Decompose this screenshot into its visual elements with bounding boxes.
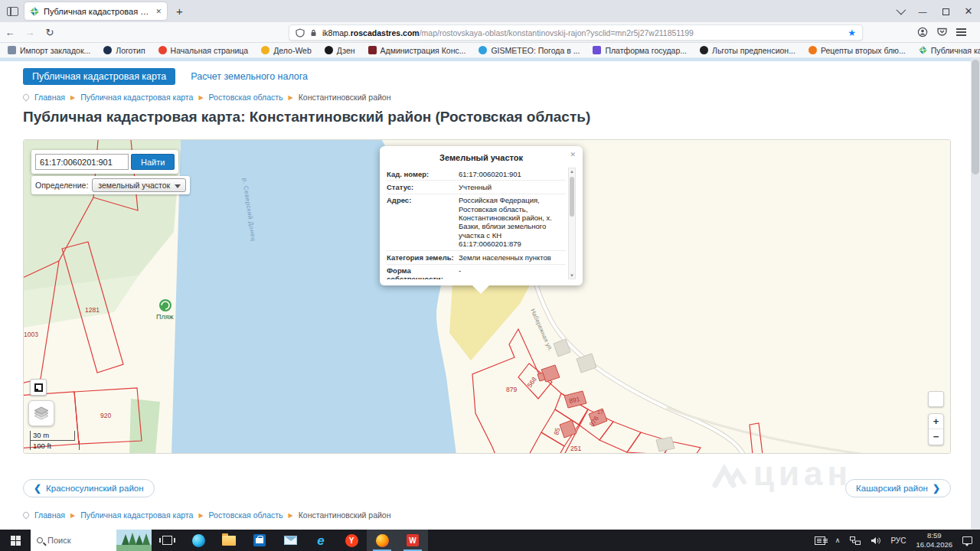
- search-highlight-image: [116, 530, 152, 551]
- volume-icon[interactable]: [871, 536, 880, 545]
- taskbar-app-w[interactable]: W: [397, 530, 428, 551]
- back-icon[interactable]: ←: [0, 27, 20, 38]
- tab-land-tax[interactable]: Расчет земельного налога: [191, 71, 308, 82]
- browser-tab[interactable]: Публичная кадастровая карта ✕: [24, 2, 167, 20]
- measure-icon: [34, 383, 43, 392]
- scale-metric: 30 m: [31, 431, 75, 441]
- parcel-label: 920: [100, 412, 111, 419]
- benefits-icon: [700, 46, 708, 54]
- breadcrumb-region[interactable]: Ростовская область: [209, 93, 283, 102]
- taskbar-app-yandex[interactable]: Y: [336, 530, 367, 551]
- breadcrumb-map[interactable]: Публичная кадастровая карта: [80, 510, 193, 520]
- administration-icon: [368, 46, 377, 54]
- filter-label: Определение:: [35, 181, 88, 190]
- taskbar-app-store[interactable]: [244, 530, 275, 551]
- measure-tool-button[interactable]: [30, 379, 47, 396]
- reload-icon[interactable]: ↻: [40, 27, 60, 38]
- bookmark-item[interactable]: Логотип: [103, 46, 145, 55]
- site-tabs: Публичная кадастровая карта Расчет земел…: [23, 68, 308, 85]
- taskbar-search[interactable]: Поиск: [31, 530, 152, 551]
- tab-title: Публичная кадастровая карта: [44, 7, 151, 16]
- breadcrumb-region[interactable]: Ростовская область: [209, 510, 283, 520]
- window-minimize-button[interactable]: —: [911, 7, 934, 16]
- shield-icon[interactable]: [296, 28, 305, 37]
- scroll-down-icon[interactable]: ▼: [569, 273, 575, 278]
- map-green-shore: [129, 399, 160, 454]
- bookmark-star-icon[interactable]: ★: [848, 28, 856, 38]
- bookmark-item[interactable]: Импорт закладок...: [8, 46, 90, 55]
- page-scrollbar[interactable]: [971, 58, 980, 530]
- pocket-icon[interactable]: [937, 28, 947, 37]
- popup-row: Статус:Учтенный: [387, 180, 566, 193]
- store-icon: [253, 534, 266, 546]
- gov-platform-icon: [593, 46, 601, 54]
- bookmark-item[interactable]: GISMETEO: Погода в ...: [479, 46, 580, 55]
- bookmark-item[interactable]: Начальная страница: [158, 46, 249, 55]
- mail-icon: [284, 536, 297, 545]
- find-button[interactable]: Найти: [131, 154, 175, 170]
- breadcrumb: Главная▶ Публичная кадастровая карта▶ Ро…: [23, 93, 391, 102]
- tab-list-chevron-icon[interactable]: [888, 7, 911, 16]
- lock-icon[interactable]: [309, 28, 318, 37]
- language-indicator[interactable]: РУС: [890, 536, 906, 545]
- search-input[interactable]: [35, 154, 129, 170]
- map-filter: Определение: земельный участок: [31, 176, 190, 194]
- breadcrumb-home[interactable]: Главная: [34, 93, 65, 102]
- tab-close-icon[interactable]: ✕: [155, 8, 162, 15]
- bookmark-item[interactable]: Администрация Конс...: [368, 46, 466, 55]
- start-button[interactable]: [0, 530, 31, 551]
- bookmark-item[interactable]: Льготы предпенсион...: [700, 46, 795, 55]
- map-canvas[interactable]: 1281 1003 920 879 568 891 876 85 251 17 …: [23, 139, 951, 454]
- next-region-button[interactable]: Кашарский район❯: [845, 479, 951, 497]
- network-icon[interactable]: [850, 536, 861, 545]
- system-tray: ∧ РУС 8:5916.04.2026: [815, 531, 980, 549]
- news-widget-icon[interactable]: [815, 536, 825, 545]
- account-icon[interactable]: [917, 27, 928, 37]
- taskbar-app-mail[interactable]: [275, 530, 305, 551]
- pin-icon: [21, 93, 30, 101]
- page-scroll-thumb[interactable]: [972, 60, 979, 174]
- breadcrumb-map[interactable]: Публичная кадастровая карта: [80, 93, 193, 102]
- window-close-button[interactable]: ✕: [957, 5, 980, 17]
- parcel-label: 1003: [24, 331, 38, 338]
- zoom-in-button[interactable]: +: [929, 414, 943, 429]
- taskbar-app-firefox[interactable]: [367, 530, 397, 551]
- bookmark-item[interactable]: Дзен: [325, 46, 355, 55]
- action-center-icon[interactable]: [962, 536, 972, 544]
- bookmark-item[interactable]: Рецепты вторых блю...: [808, 46, 906, 55]
- layers-button[interactable]: [28, 400, 54, 426]
- browser-tab-strip: Публичная кадастровая карта ✕ + — ✕: [0, 0, 980, 22]
- taskbar-app-edge[interactable]: [183, 530, 214, 551]
- pin-icon: [21, 510, 30, 519]
- bookmark-item[interactable]: Дело-Web: [261, 46, 312, 55]
- scroll-up-icon[interactable]: ▲: [569, 169, 575, 174]
- breadcrumb-home[interactable]: Главная: [34, 510, 65, 520]
- pkk-favicon-icon: [30, 7, 39, 16]
- zoom-out-button[interactable]: −: [929, 429, 943, 445]
- popup-scrollbar[interactable]: ▲ ▼: [568, 168, 576, 279]
- recipes-icon: [808, 46, 817, 54]
- cian-watermark: циан: [710, 455, 852, 493]
- bookmark-item[interactable]: Платформа государ...: [593, 46, 687, 55]
- scroll-thumb[interactable]: [570, 177, 574, 217]
- browser-nav-bar: ← → ↻ ik8map.roscadastres.com/map/rostov…: [0, 22, 980, 43]
- parcel-label: 1281: [85, 306, 100, 314]
- window-restore-button[interactable]: [934, 7, 957, 16]
- task-view-icon[interactable]: [162, 536, 172, 545]
- popup-close-icon[interactable]: ✕: [570, 151, 576, 158]
- tab-cadastral-map[interactable]: Публичная кадастровая карта: [23, 68, 175, 85]
- internet-explorer-icon: e: [317, 534, 324, 547]
- taskbar-app-ie[interactable]: e: [305, 530, 336, 551]
- url-bar[interactable]: ik8map.roscadastres.com/map/rostovskaya-…: [289, 24, 863, 41]
- taskbar-app-explorer[interactable]: [214, 530, 244, 551]
- tray-expand-icon[interactable]: ∧: [835, 536, 841, 544]
- clock[interactable]: 8:5916.04.2026: [916, 531, 952, 549]
- new-tab-button[interactable]: +: [176, 5, 183, 18]
- prev-region-button[interactable]: ❮Красносулинский район: [23, 479, 155, 497]
- fullscreen-button[interactable]: [928, 391, 944, 407]
- object-type-select[interactable]: земельный участок: [92, 178, 186, 192]
- bookmark-item[interactable]: Публичная кадастро...: [919, 46, 980, 55]
- forward-icon[interactable]: →: [20, 27, 40, 38]
- menu-icon[interactable]: [956, 28, 966, 30]
- firefox-view-icon[interactable]: [7, 7, 18, 16]
